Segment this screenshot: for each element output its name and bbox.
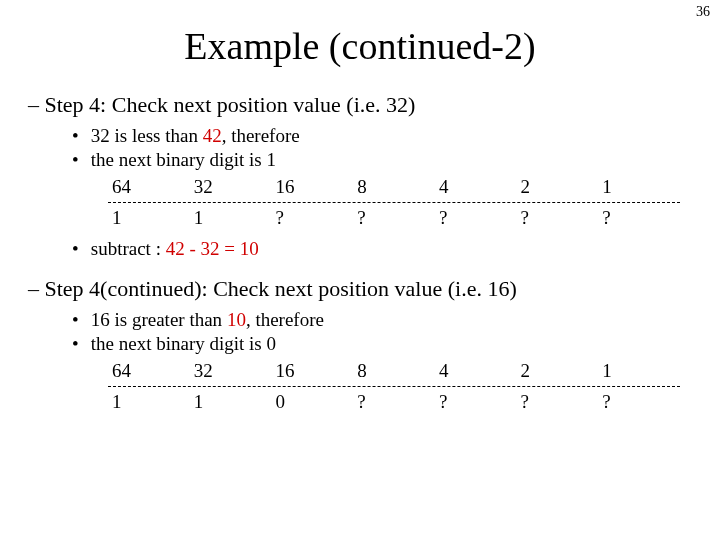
- step-heading: – Step 4(continued): Check next position…: [28, 276, 720, 302]
- bullet: • the next binary digit is 0: [72, 332, 720, 356]
- bullet-text: subtract :: [91, 238, 166, 259]
- bullet: • 32 is less than 42, therefore: [72, 124, 720, 148]
- cell: 1: [108, 391, 190, 413]
- table-value-row: 1 1 0 ? ? ? ?: [108, 391, 680, 413]
- col-header: 16: [271, 176, 353, 198]
- col-header: 2: [517, 360, 599, 382]
- divider: [108, 202, 680, 203]
- cell: 1: [108, 207, 190, 229]
- bullet-text: the next binary digit is 1: [91, 149, 276, 170]
- cell: ?: [517, 391, 599, 413]
- cell: ?: [517, 207, 599, 229]
- col-header: 32: [190, 176, 272, 198]
- col-header: 2: [517, 176, 599, 198]
- position-table: 64 32 16 8 4 2 1 1 1 ? ? ? ? ?: [108, 176, 680, 229]
- col-header: 16: [271, 360, 353, 382]
- table-header-row: 64 32 16 8 4 2 1: [108, 360, 680, 382]
- bullet-dot: •: [72, 148, 86, 172]
- table-header-row: 64 32 16 8 4 2 1: [108, 176, 680, 198]
- cell: ?: [353, 207, 435, 229]
- col-header: 64: [108, 176, 190, 198]
- bullet-text: the next binary digit is 0: [91, 333, 276, 354]
- cell: 1: [190, 391, 272, 413]
- cell: ?: [598, 391, 680, 413]
- bullet-dot: •: [72, 124, 86, 148]
- slide-title: Example (continued-2): [0, 24, 720, 68]
- bullet-highlight: 42: [203, 125, 222, 146]
- col-header: 64: [108, 360, 190, 382]
- cell: ?: [435, 391, 517, 413]
- col-header: 8: [353, 360, 435, 382]
- col-header: 8: [353, 176, 435, 198]
- bullet-text: , therefore: [246, 309, 324, 330]
- col-header: 1: [598, 360, 680, 382]
- col-header: 1: [598, 176, 680, 198]
- dash: –: [28, 276, 45, 301]
- bullet-highlight: 10: [227, 309, 246, 330]
- divider: [108, 386, 680, 387]
- col-header: 4: [435, 360, 517, 382]
- bullet-dot: •: [72, 332, 86, 356]
- subtract-equation: 42 - 32 = 10: [166, 238, 259, 259]
- bullet: • 16 is greater than 10, therefore: [72, 308, 720, 332]
- col-header: 4: [435, 176, 517, 198]
- cell: 1: [190, 207, 272, 229]
- col-header: 32: [190, 360, 272, 382]
- bullet-text: 32 is less than: [91, 125, 203, 146]
- bullet-text: 16 is greater than: [91, 309, 227, 330]
- bullet-dot: •: [72, 308, 86, 332]
- step-heading: – Step 4: Check next position value (i.e…: [28, 92, 720, 118]
- cell: ?: [598, 207, 680, 229]
- cell: 0: [271, 391, 353, 413]
- bullet: • the next binary digit is 1: [72, 148, 720, 172]
- step-heading-text: Step 4: Check next position value (i.e. …: [45, 92, 416, 117]
- bullet-text: , therefore: [222, 125, 300, 146]
- dash: –: [28, 92, 45, 117]
- position-table: 64 32 16 8 4 2 1 1 1 0 ? ? ? ?: [108, 360, 680, 413]
- cell: ?: [435, 207, 517, 229]
- bullet: • subtract : 42 - 32 = 10: [72, 237, 720, 261]
- cell: ?: [353, 391, 435, 413]
- step-heading-text: Step 4(continued): Check next position v…: [45, 276, 517, 301]
- page-number: 36: [696, 4, 710, 20]
- bullet-dot: •: [72, 237, 86, 261]
- cell: ?: [271, 207, 353, 229]
- table-value-row: 1 1 ? ? ? ? ?: [108, 207, 680, 229]
